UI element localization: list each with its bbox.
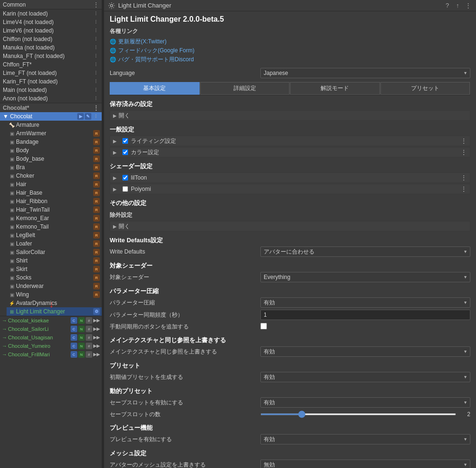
manual-sync-checkbox[interactable]: [260, 323, 267, 329]
tree-item-hair-base[interactable]: ▣ Hair_Base R: [7, 189, 102, 197]
link-google-form[interactable]: 🌐 フィードバック(Google Form): [110, 46, 470, 55]
color-menu-icon[interactable]: ⋮: [460, 148, 467, 156]
list-item[interactable]: LimeV6 (not loaded) ⋮: [0, 26, 102, 35]
settings-small-icon[interactable]: ⚙: [93, 308, 100, 315]
lighting-menu-icon[interactable]: ⋮: [460, 137, 467, 145]
tree-item-sailorcollar[interactable]: ▣ SailorCollar R: [7, 248, 102, 256]
more-icon[interactable]: ⋮: [92, 113, 99, 120]
list-item[interactable]: Chffon_FT* ⋮: [0, 60, 102, 69]
tree-item-wing[interactable]: ▣ Wing R: [7, 290, 102, 299]
tree-item-skirt[interactable]: ▣ Skirt R: [7, 265, 102, 273]
link-discord[interactable]: 🌐 バグ・質問サポート用Discord: [110, 55, 470, 64]
item-tag: R: [93, 249, 100, 255]
mesh-dropdown[interactable]: 無効: [260, 460, 470, 468]
sub-item-frillmari[interactable]: → Chocolat_FrillMari C N # ▶▶: [0, 350, 102, 359]
mesh-icon: ▣: [8, 240, 15, 247]
tabs-row: 基本設定 詳細設定 解説モード プリセット: [110, 82, 470, 95]
language-dropdown[interactable]: Japanese: [260, 68, 470, 78]
move-icon[interactable]: ▶▶: [93, 317, 100, 324]
main-texture-section-label: メインテクスチャと同じ参照を上書きする: [110, 336, 470, 345]
tree-item-hair-ribbon[interactable]: ▣ Hair_Ribbon R: [7, 197, 102, 205]
close-icon[interactable]: ⋮: [464, 1, 472, 10]
tree-item-hair[interactable]: ▣ Hair R: [7, 180, 102, 189]
globe-icon: 🌐: [110, 57, 116, 63]
list-item[interactable]: Manuka (not loaded) ⋮: [0, 43, 102, 52]
tree-item-armature[interactable]: 🦴 Armature: [7, 121, 102, 129]
list-item[interactable]: Main (not loaded) ⋮: [0, 86, 102, 94]
tree-item-avatar-dynamics[interactable]: ⚡ AvatarDynamics ↓: [7, 299, 102, 307]
move-icon[interactable]: ▶▶: [93, 351, 100, 358]
list-item[interactable]: Lime_FT (not loaded) ⋮: [0, 69, 102, 77]
tree-item-body[interactable]: ▣ Body R: [7, 146, 102, 155]
lighting-label: ライティング設定: [131, 137, 460, 145]
mesh-label: アバターのメッシュ設定を上書きする: [110, 461, 260, 468]
sub-item-usagisan[interactable]: → Chocolat_Usagisan C N # ▶▶: [0, 333, 102, 342]
exclusion-label: 除外設定: [110, 211, 470, 219]
param-sync-input[interactable]: [260, 310, 470, 320]
section-menu[interactable]: ⋮: [93, 105, 99, 111]
preset-dropdown[interactable]: 有効: [260, 372, 470, 382]
list-item[interactable]: Chiffon (not loaded) ⋮: [0, 35, 102, 43]
list-item[interactable]: Karin_FT (not loaded) ⋮: [0, 77, 102, 86]
tree-item-shirt[interactable]: ▣ Shirt R: [7, 256, 102, 265]
mesh-icon: ▣: [8, 291, 15, 298]
tree-item-hair-twintail[interactable]: ▣ Hair_TwinTail R: [7, 205, 102, 214]
liltoon-menu-icon[interactable]: ⋮: [460, 174, 467, 181]
list-item[interactable]: Anon (not loaded) ⋮: [0, 94, 102, 103]
expand-poiyomi-icon[interactable]: ▶: [113, 187, 120, 192]
expand-liltoon-icon[interactable]: ▶: [113, 175, 120, 181]
tree-item-armwarmer[interactable]: ▣ ArmWarmer R: [7, 129, 102, 138]
tree-item-choker[interactable]: ▣ Choker R: [7, 172, 102, 180]
tree-item-socks[interactable]: ▣ Socks R: [7, 273, 102, 282]
list-item[interactable]: Manuka_FT (not loaded) ⋮: [0, 52, 102, 60]
tab-preset[interactable]: プリセット: [380, 82, 470, 95]
list-item[interactable]: LimeV4 (not loaded) ⋮: [0, 18, 102, 26]
move-icon[interactable]: ▶▶: [93, 343, 100, 349]
sub-item-sailorli[interactable]: → Chocolat_SailorLi C N # ▶▶: [0, 325, 102, 333]
main-texture-dropdown[interactable]: 有効: [260, 346, 470, 357]
sub-item-kisekae[interactable]: → Chocolat_kisekae C N # ▶▶: [0, 316, 102, 325]
tab-basic-settings[interactable]: 基本設定: [110, 82, 200, 95]
tab-detail-settings[interactable]: 詳細設定: [200, 82, 290, 95]
saved-settings-toggle[interactable]: ▶ 開く: [110, 110, 470, 121]
link-twitter[interactable]: 🌐 更新履歴(X:Twitter): [110, 37, 470, 46]
tree-item-bandage[interactable]: ▣ Bandage R: [7, 138, 102, 146]
param-compress-row: パラメーター圧縮 有効: [110, 297, 470, 308]
liltoon-checkbox[interactable]: [122, 175, 128, 181]
color-checkbox[interactable]: [122, 149, 128, 155]
tree-item-legbelt[interactable]: ▣ LegBelt R: [7, 231, 102, 239]
target-shader-section-label: 対象シェーダー: [110, 262, 470, 270]
item-tag: R: [93, 172, 100, 179]
preview-dropdown[interactable]: 有効: [260, 434, 470, 444]
tag-hash-icon: #: [86, 334, 92, 341]
tab-explanation-mode[interactable]: 解説モード: [290, 82, 380, 95]
tree-item-kemono-tail[interactable]: ▣ Kemono_Tail R: [7, 222, 102, 231]
tree-item-body-base[interactable]: ▣ Body_base R: [7, 155, 102, 163]
tree-item-underwear[interactable]: ▣ Underwear R: [7, 282, 102, 290]
expand-color-icon[interactable]: ▶: [113, 150, 120, 155]
lighting-checkbox[interactable]: [122, 138, 128, 144]
write-defaults-dropdown[interactable]: アバターに合わせる: [260, 246, 470, 257]
poiyomi-checkbox[interactable]: [122, 186, 128, 192]
chocolat-item[interactable]: ▼ Chocolat ▶ ✎ ⋮: [0, 112, 102, 121]
save-slot-dropdown[interactable]: 有効: [260, 397, 470, 408]
param-compress-dropdown[interactable]: 有効: [260, 297, 470, 308]
param-sync-label: パラメーター同期頻度（秒）: [110, 311, 260, 319]
manual-sync-control: [260, 323, 470, 331]
exclusion-toggle[interactable]: ▶ 開く: [110, 221, 470, 231]
save-slot-slider[interactable]: [260, 413, 456, 415]
poiyomi-menu-icon[interactable]: ⋮: [460, 185, 467, 193]
list-item[interactable]: Karin (not loaded) ⋮: [0, 9, 102, 18]
move-icon[interactable]: ▶▶: [93, 326, 100, 332]
tree-item-light-limit[interactable]: ⊞ Light Limit Changer ⚙: [7, 307, 102, 316]
expand-lighting-icon[interactable]: ▶: [113, 139, 120, 144]
maximize-icon[interactable]: ↑: [453, 1, 462, 10]
tree-item-bra[interactable]: ▣ Bra R: [7, 163, 102, 172]
tree-item-loafer[interactable]: ▣ Loafer R: [7, 239, 102, 248]
move-icon[interactable]: ▶▶: [93, 334, 100, 341]
sub-item-yumeiro[interactable]: → Chocolat_Yumeiro C N # ▶▶: [0, 342, 102, 350]
help-icon[interactable]: ?: [443, 1, 452, 10]
target-shader-dropdown[interactable]: Everything: [260, 272, 470, 282]
tree-item-kemono-ear[interactable]: ▣ Kemono_Ear R: [7, 214, 102, 222]
left-header-menu[interactable]: ⋮: [93, 1, 99, 8]
